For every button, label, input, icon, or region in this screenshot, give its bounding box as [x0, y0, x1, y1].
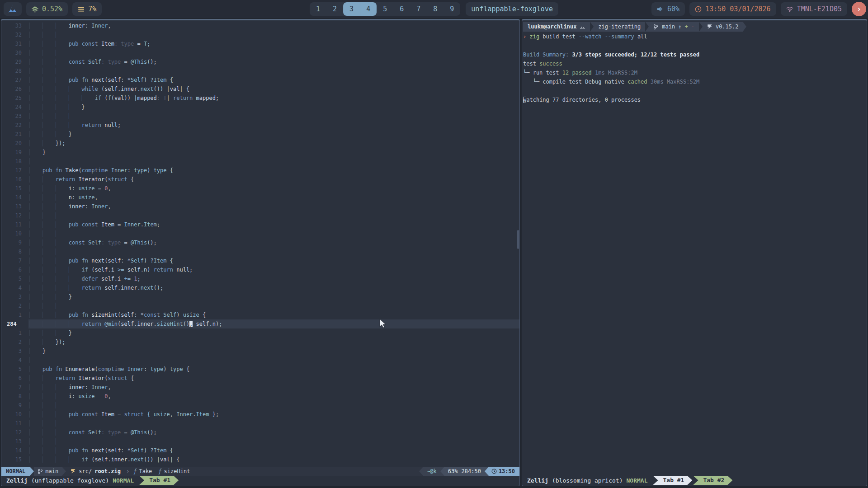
memory-badge[interactable]: 7%	[72, 2, 102, 16]
code-line[interactable]: 15▏ ▏ ▏ i: usize = 0,	[1, 184, 519, 193]
code-line[interactable]: 16▏ ▏ return Iterator(struct {	[1, 175, 519, 184]
code-token: if	[95, 95, 101, 101]
workspace-tab-4[interactable]: 4	[360, 2, 377, 16]
code-line[interactable]: 29▏ ▏ ▏ const Self: type = @This();	[1, 57, 519, 66]
code-line[interactable]: 18▏	[1, 157, 519, 166]
code-line[interactable]: 28▏ ▏ ▏	[1, 66, 519, 75]
workspace-tab-3[interactable]: 3	[343, 2, 360, 16]
code-line[interactable]: 11▏ ▏ ▏ pub const Item = Inner.Item;	[1, 220, 519, 229]
workspace-tab-7[interactable]: 7	[410, 2, 427, 16]
code-line[interactable]: 33▏ ▏ ▏ inner: Inner,	[1, 21, 519, 30]
code-token: ▏ ▏ ▏	[29, 420, 69, 427]
terminal-token: test	[523, 61, 539, 67]
workspace-tab-5[interactable]: 5	[377, 2, 393, 16]
code-token: ▏ ▏ ▏	[29, 131, 69, 137]
breadcrumb-function[interactable]: ƒ Take	[130, 467, 155, 476]
code-token: ▏ ▏	[29, 140, 56, 146]
code-line[interactable]: 1▏ ▏ ▏ }	[1, 328, 519, 338]
code-line[interactable]: 14▏ ▏ ▏ pub fn next(self: *Self) ?Item {	[1, 446, 519, 455]
code-line[interactable]: 2▏ ▏ });	[1, 338, 519, 347]
code-line[interactable]: 9▏ ▏ ▏	[1, 401, 519, 410]
wifi-badge[interactable]: TMNL-E21D05	[781, 2, 847, 16]
cpu-badge[interactable]: 0.52%	[26, 2, 68, 16]
code-token: const	[69, 429, 85, 436]
code-line[interactable]: 22▏ ▏ ▏ ▏ return null;	[1, 121, 519, 130]
code-token: comptime	[82, 167, 108, 174]
code-line[interactable]: 7▏ ▏ ▏ inner: Inner,	[1, 383, 519, 392]
code-token: return	[173, 95, 193, 101]
code-text: ▏ ▏ ▏ n: usize,	[28, 193, 519, 202]
code-line[interactable]: 13▏ ▏ ▏ inner: Inner,	[1, 202, 519, 211]
code-line[interactable]: 12▏ ▏ ▏ const Self: type = @This();	[1, 428, 519, 437]
zellij-tab[interactable]: Tab #1	[139, 476, 179, 485]
editor-scrollbar-thumb[interactable]	[517, 230, 519, 249]
code-line[interactable]: 3▏ ▏ ▏ }	[1, 292, 519, 301]
code-line[interactable]: 31▏ ▏ ▏ pub const Item: type = T;	[1, 39, 519, 48]
code-line[interactable]: 8▏ ▏ ▏	[1, 247, 519, 256]
code-editor[interactable]: 33▏ ▏ ▏ inner: Inner,32▏ ▏ ▏ 31▏ ▏ ▏ pub…	[1, 20, 519, 467]
code-line[interactable]: 4▏	[1, 356, 519, 365]
code-line[interactable]: 13▏ ▏ ▏	[1, 437, 519, 446]
code-line[interactable]: 10▏ ▏ ▏ pub const Item = struct { usize,…	[1, 410, 519, 419]
workspace-tab-1[interactable]: 1	[310, 2, 326, 16]
code-token	[108, 167, 111, 174]
prompt-directory: zig-iterating	[594, 22, 645, 32]
code-line[interactable]: 24▏ ▏ ▏ ▏ }	[1, 103, 519, 112]
code-line-cursor[interactable]: 284▏ ▏ ▏ ▏ return @min(self.inner.sizeHi…	[1, 319, 519, 328]
code-line[interactable]: 21▏ ▏ ▏ }	[1, 130, 519, 139]
workspace-tab-9[interactable]: 9	[443, 2, 460, 16]
code-line[interactable]: 7▏ ▏ ▏ pub fn next(self: *Self) ?Item {	[1, 256, 519, 265]
breadcrumb-function[interactable]: ƒ sizeHint	[155, 467, 193, 476]
code-line[interactable]: 1▏ ▏ ▏ pub fn sizeHint(self: *const Self…	[1, 310, 519, 319]
code-line[interactable]: 9▏ ▏ ▏ const Self: type = @This();	[1, 238, 519, 247]
code-line[interactable]: 10▏ ▏ ▏	[1, 229, 519, 238]
code-line[interactable]: 14▏ ▏ ▏ n: usize,	[1, 193, 519, 202]
code-line[interactable]: 3▏ }	[1, 347, 519, 356]
code-line[interactable]: 20▏ ▏ });	[1, 139, 519, 148]
code-line[interactable]: 6▏ ▏ return Iterator(struct {	[1, 374, 519, 383]
code-line[interactable]: 27▏ ▏ ▏ pub fn next(self: *Self) ?Item {	[1, 75, 519, 84]
code-token: ▏ ▏ ▏ ▏	[29, 285, 82, 291]
code-line[interactable]: 17▏ pub fn Take(comptime Inner: type) ty…	[1, 166, 519, 175]
code-line[interactable]: 5▏ ▏ ▏ ▏ defer self.i += 1;	[1, 274, 519, 283]
clock-badge[interactable]: 13:50 03/01/2026	[689, 2, 776, 16]
terminal-output[interactable]: luukm@archlinux zig-iterating	[522, 20, 867, 476]
code-token: : *	[121, 77, 131, 83]
workspace-tab-6[interactable]: 6	[393, 2, 410, 16]
code-token: return	[82, 285, 101, 291]
line-number: 9	[1, 401, 28, 410]
code-line[interactable]: 4▏ ▏ ▏ ▏ return self.inner.next();	[1, 283, 519, 292]
code-token: :	[85, 384, 91, 390]
code-line[interactable]: 32▏ ▏ ▏	[1, 30, 519, 39]
code-token: ;	[137, 276, 140, 282]
file-dir: src/	[79, 467, 92, 476]
code-line[interactable]: 6▏ ▏ ▏ ▏ if (self.i >= self.n) return nu…	[1, 265, 519, 274]
code-line[interactable]: 12▏ ▏ ▏	[1, 211, 519, 220]
code-line[interactable]: 2▏ ▏ ▏	[1, 301, 519, 310]
code-token: self	[104, 86, 118, 92]
workspace-tab-8[interactable]: 8	[427, 2, 443, 16]
power-button[interactable]: ›	[852, 2, 866, 16]
code-token	[85, 239, 88, 246]
workspace-tab-2[interactable]: 2	[326, 2, 343, 16]
code-line[interactable]: 30▏ ▏ ▏	[1, 48, 519, 57]
code-line[interactable]: 26▏ ▏ ▏ ▏ while (self.inner.next()) |val…	[1, 84, 519, 94]
code-line[interactable]: 11▏ ▏ ▏	[1, 419, 519, 428]
function-icon: ƒ	[133, 467, 137, 476]
code-line[interactable]: 19▏ }	[1, 148, 519, 157]
line-number: 19	[1, 148, 28, 157]
code-line[interactable]: 23▏ ▏ ▏ ▏	[1, 112, 519, 121]
code-line[interactable]: 15▏ ▏ ▏ ▏ if (self.inner.next()) |val| {	[1, 455, 519, 464]
zellij-tab[interactable]: Tab #2	[693, 476, 732, 485]
code-line[interactable]: 25▏ ▏ ▏ ▏ ▏ if (f(val)) |mapped: T| retu…	[1, 94, 519, 103]
clock-icon	[491, 469, 497, 474]
volume-badge[interactable]: 60%	[651, 2, 685, 16]
arch-logo[interactable]	[4, 2, 22, 16]
code-token: }	[82, 104, 85, 110]
terminal-line: test success	[523, 59, 867, 68]
code-line[interactable]: 5▏ pub fn Enumerate(comptime Inner: type…	[1, 365, 519, 374]
code-token: struct	[108, 176, 127, 183]
session-name-badge[interactable]: unflappable-foxglove	[466, 2, 558, 16]
zellij-tab[interactable]: Tab #1	[653, 476, 692, 485]
code-line[interactable]: 8▏ ▏ ▏ i: usize = 0,	[1, 392, 519, 401]
